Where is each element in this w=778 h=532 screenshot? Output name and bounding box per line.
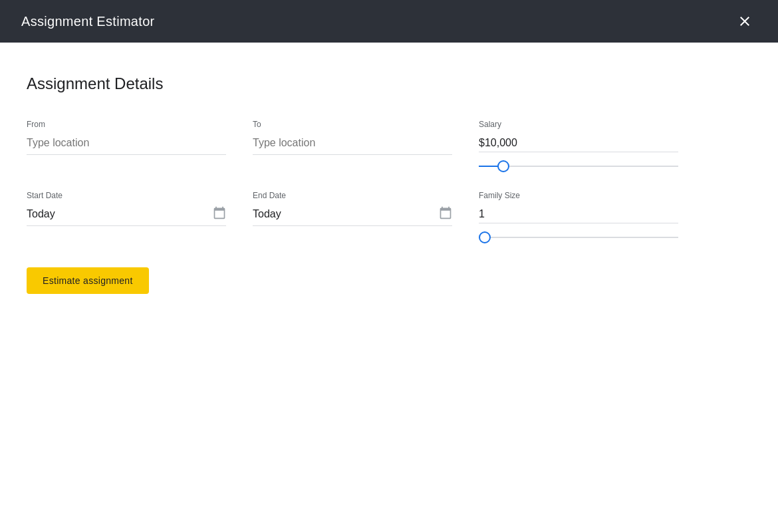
salary-value: $10,000: [479, 132, 678, 152]
to-input[interactable]: [253, 132, 452, 155]
from-label: From: [27, 120, 226, 129]
salary-label: Salary: [479, 120, 678, 129]
end-date-label: End Date: [253, 191, 452, 200]
end-date-field: End Date: [253, 191, 452, 241]
app-title: Assignment Estimator: [21, 14, 155, 29]
from-input-wrapper: [27, 132, 226, 155]
salary-field: Salary $10,000: [479, 120, 678, 170]
from-input[interactable]: [27, 132, 226, 155]
start-date-field: Start Date: [27, 191, 226, 241]
section-title: Assignment Details: [27, 74, 751, 93]
app-header: Assignment Estimator: [0, 0, 778, 43]
to-field: To: [253, 120, 452, 170]
family-size-slider[interactable]: [479, 237, 678, 238]
end-date-input-wrapper: [253, 203, 452, 226]
family-size-slider-container: [479, 229, 678, 241]
from-field: From: [27, 120, 226, 170]
to-label: To: [253, 120, 452, 129]
salary-slider[interactable]: [479, 166, 678, 167]
family-size-label: Family Size: [479, 191, 678, 200]
main-content: Assignment Details From To Salary $10,00…: [0, 43, 778, 326]
close-icon: [737, 13, 753, 29]
family-size-value: 1: [479, 203, 678, 223]
salary-slider-container: [479, 158, 678, 170]
family-size-field: Family Size 1: [479, 191, 678, 241]
to-input-wrapper: [253, 132, 452, 155]
end-date-input[interactable]: [253, 203, 452, 226]
start-date-input[interactable]: [27, 203, 226, 226]
form-grid: From To Salary $10,000 Start Date: [27, 120, 751, 241]
estimate-assignment-button[interactable]: Estimate assignment: [27, 267, 149, 294]
start-date-input-wrapper: [27, 203, 226, 226]
start-date-label: Start Date: [27, 191, 226, 200]
close-button[interactable]: [733, 9, 757, 33]
